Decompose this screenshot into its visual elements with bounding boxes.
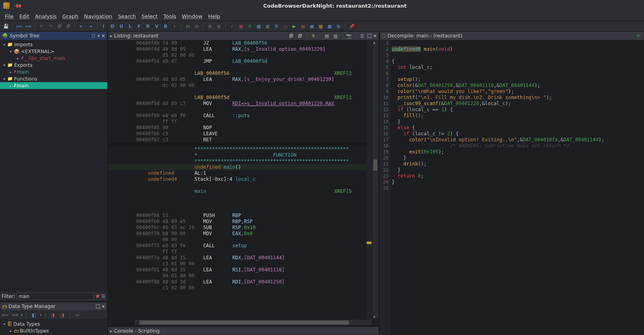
window-title: CodeBrowserDarkNight: restaurant2:/resta…: [26, 3, 644, 9]
tool4-icon[interactable]: 🗁: [193, 23, 200, 30]
menu-graph[interactable]: Graph: [60, 12, 81, 20]
nav-fwd-icon[interactable]: ⟹: [25, 23, 32, 30]
letter-b-icon[interactable]: B: [162, 23, 169, 30]
play-icon[interactable]: ▶: [291, 23, 298, 30]
tool6-icon[interactable]: ⊞: [215, 23, 222, 30]
restore-icon[interactable]: [368, 34, 372, 38]
menu-navigation[interactable]: Navigation: [81, 12, 114, 20]
win4-icon[interactable]: ▦: [308, 23, 316, 30]
fields-icon[interactable]: ▤: [323, 32, 330, 39]
close-icon[interactable]: ✕: [373, 33, 377, 39]
next-func-icon[interactable]: ⇥: [87, 23, 94, 30]
letter-f-icon[interactable]: F: [135, 23, 143, 30]
filter-options-icon[interactable]: ☰: [101, 294, 106, 299]
check-icon[interactable]: ✓: [229, 23, 236, 30]
refresh-icon[interactable]: ⟳: [246, 23, 253, 30]
listing-icon: ▸: [110, 33, 112, 39]
menu-window[interactable]: Window: [179, 12, 205, 20]
dropdown-icon[interactable]: ▾: [171, 23, 178, 30]
letter-d-icon[interactable]: D: [109, 23, 116, 30]
letter-i-icon[interactable]: I: [100, 23, 107, 30]
cursor-icon[interactable]: 🖱: [310, 32, 317, 39]
function-icon: f: [21, 56, 23, 60]
exports-node[interactable]: ▾📁Exports: [0, 62, 107, 68]
diff-icon[interactable]: ▥: [332, 32, 339, 39]
db-icon: 🗃: [14, 328, 19, 334]
functions-node[interactable]: ▾📁Functions: [0, 75, 107, 82]
decompile-icon: ⎔: [382, 33, 386, 39]
listing-view[interactable]: 00400f4b 74 09 JZ LAB_00400f5600400f4d 4…: [108, 40, 379, 326]
menu-search[interactable]: Search: [116, 12, 139, 20]
tool2-icon[interactable]: 🗐: [64, 23, 72, 30]
decompile-title: Decompile: main - (restaurant): [387, 33, 462, 39]
console-header[interactable]: ▸ Console - Scripting: [108, 326, 379, 335]
tool1-icon[interactable]: 🗐: [56, 23, 63, 30]
vertical-scrollbar[interactable]: ▲ ▼: [372, 40, 378, 319]
filter-input[interactable]: [17, 293, 94, 300]
decompile-view[interactable]: 1234567891011121314151617181920212223242…: [380, 40, 644, 335]
win6-icon[interactable]: ▦: [326, 23, 333, 30]
dtm-tool4-icon[interactable]: ▭: [74, 312, 81, 319]
close-icon[interactable]: ✕: [102, 33, 105, 39]
imports-node[interactable]: ▾📁Imports: [0, 41, 107, 48]
config-icon[interactable]: 🗋: [91, 33, 96, 39]
tool5-icon[interactable]: ⊞: [206, 23, 214, 30]
win2-icon[interactable]: ▦: [264, 23, 271, 30]
clear-filter-icon[interactable]: ✖: [96, 294, 100, 299]
menu-select[interactable]: Select: [139, 12, 160, 20]
restore-icon[interactable]: [96, 304, 100, 308]
letter-l-icon[interactable]: L: [127, 23, 134, 30]
dtm-tool1-icon[interactable]: ◧: [30, 312, 37, 319]
dtm-tool2-icon[interactable]: ◨: [49, 312, 56, 319]
undo-icon[interactable]: ↶: [38, 23, 45, 30]
dtm-header[interactable]: 🗃 Data Type Manager ✕: [0, 302, 107, 311]
save-icon[interactable]: 💾: [2, 23, 10, 30]
menu-icon[interactable]: ▾: [98, 33, 100, 39]
decompile-header[interactable]: ⎔ Decompile: main - (restaurant) ⟳: [380, 31, 644, 40]
exports-main-node[interactable]: ▸fmain: [0, 68, 107, 75]
paste-icon[interactable]: 🗐: [297, 32, 304, 39]
letter-v-icon[interactable]: V: [153, 23, 160, 30]
libc-node[interactable]: ▸f__libc_start_main: [0, 55, 107, 62]
prev-func-icon[interactable]: ⇤: [78, 23, 85, 30]
dtm-fwd-icon[interactable]: ⟹: [11, 312, 19, 319]
external-node[interactable]: ▾📦<EXTERNAL>: [0, 48, 107, 55]
dtm-builtin-node[interactable]: ▸🗃BuiltInTypes: [0, 327, 107, 334]
menu-edit[interactable]: Edit: [17, 12, 32, 20]
bookmark-icon[interactable]: 📌: [348, 23, 355, 30]
letter-r-icon[interactable]: R: [144, 23, 152, 30]
dtm-back-icon[interactable]: ⟸: [2, 312, 9, 319]
hdr-menu-icon[interactable]: ☰: [359, 32, 366, 39]
function-icon: f: [14, 70, 15, 74]
functions-main-node[interactable]: ▸fmain: [0, 82, 107, 89]
close-icon[interactable]: ✕: [102, 304, 105, 309]
graph-icon[interactable]: ⚏: [282, 23, 289, 30]
dtm-tree[interactable]: ▾🗄Data Types ▸🗃BuiltInTypes: [0, 320, 107, 335]
pin-icon[interactable]: 📌: [13, 1, 22, 10]
listing-header[interactable]: ▸ Listing: restaurant 🗐 🗐 🖱 ▤ ▥ 📷 ☰ ✕: [108, 31, 379, 40]
rerun-icon[interactable]: ⟳: [635, 32, 642, 39]
tool3-icon[interactable]: 🗁: [184, 23, 191, 30]
menu-help[interactable]: Help: [206, 12, 223, 20]
copy-icon[interactable]: 🗐: [288, 32, 295, 39]
win7-icon[interactable]: ⊞: [335, 23, 342, 30]
overview-ruler[interactable]: [367, 40, 372, 319]
snapshot-icon[interactable]: 📷: [345, 32, 353, 39]
letter-u-icon[interactable]: U: [118, 23, 125, 30]
dtm-tool3-icon[interactable]: ◨: [59, 312, 66, 319]
title-bar: 📌 CodeBrowserDarkNight: restaurant2:/res…: [0, 0, 644, 11]
symbol-tree-header[interactable]: 🌳 Symbol Tree 🗋 ▾ ✕: [0, 31, 107, 40]
menu-analysis[interactable]: Analysis: [33, 12, 59, 20]
nav-back-icon[interactable]: ⟸: [16, 23, 23, 30]
box-icon[interactable]: ▣: [237, 23, 245, 30]
win3-icon[interactable]: ▦: [299, 23, 307, 30]
win1-icon[interactable]: ▦: [255, 23, 262, 30]
menu-file[interactable]: File: [2, 12, 16, 20]
redo-icon[interactable]: ↷: [47, 23, 54, 30]
menu-tools[interactable]: Tools: [161, 12, 179, 20]
symbol-tree[interactable]: ▾📁Imports ▾📦<EXTERNAL> ▸f__libc_start_ma…: [0, 40, 107, 291]
win5-icon[interactable]: ▦: [317, 23, 324, 30]
gear-icon[interactable]: ⚙: [273, 23, 280, 30]
horizontal-scrollbar[interactable]: [135, 320, 372, 325]
dtm-root-node[interactable]: ▾🗄Data Types: [0, 321, 107, 327]
